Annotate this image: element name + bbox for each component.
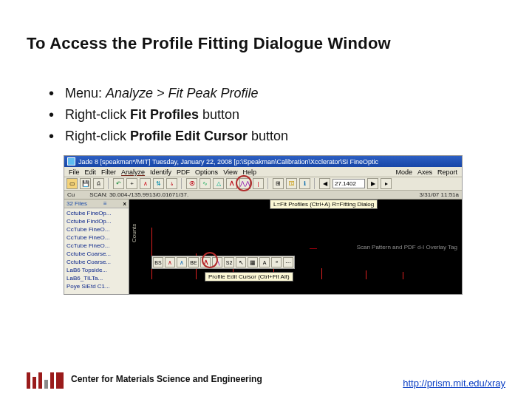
app-screenshot: Jade 8 [speakman*/MIT] Tuesday, January … (64, 155, 463, 295)
list-item[interactable]: Poye SiEtd C1... (64, 282, 129, 290)
list-item[interactable]: LaB6_TILTa... (64, 274, 129, 282)
ptool-lbl-icon[interactable]: ᵃ (271, 257, 282, 267)
tool-right-icon[interactable]: ▶ (367, 178, 378, 189)
y-axis-label: Counts (131, 224, 137, 242)
list-item[interactable]: LaB6 Topside... (64, 266, 129, 274)
tool-smooth-icon[interactable]: ∿ (200, 178, 211, 189)
peak (366, 270, 366, 279)
menubar[interactable]: File Edit Filter Analyze Identify PDF Op… (64, 167, 462, 177)
file-items: Cctube FineOp... Cctube FindOp... CcTube… (64, 208, 129, 291)
tool-undo-icon[interactable]: ↶ (113, 178, 124, 189)
window-titlebar: Jade 8 [speakman*/MIT] Tuesday, January … (64, 156, 462, 167)
separator (267, 178, 269, 189)
ptool-el-icon[interactable]: ⋯ (283, 257, 293, 267)
ptool-all-icon[interactable]: A (259, 257, 270, 267)
profile-edit-cursor-button[interactable]: Ʌ (200, 257, 211, 267)
menu-options[interactable]: Options (195, 168, 218, 176)
menu-report[interactable]: Report (437, 168, 457, 176)
menu-pdf[interactable]: PDF (177, 168, 190, 176)
bullet-1: Menu: Analyze > Fit Peak Profile (49, 83, 532, 104)
ptool-be-icon[interactable]: BE (188, 257, 199, 267)
bullet-list: Menu: Analyze > Fit Peak Profile Right-c… (0, 53, 532, 146)
main-area: 32 Files ≡ x Cctube FineOp... Cctube Fin… (64, 200, 462, 294)
menu-filter[interactable]: Filter (101, 168, 116, 176)
ptool-s2-icon[interactable]: S2 (224, 257, 234, 267)
tool-zoom-icon[interactable]: ⊞ (273, 178, 284, 189)
list-item[interactable]: CcTube FineO... (64, 233, 129, 242)
overlay-tag-label: Scan Pattern and PDF d-I Overlay Tag (357, 244, 457, 250)
mit-branding: Center for Materials Science and Enginee… (27, 369, 262, 389)
list-item[interactable]: CcTube FineO... (64, 242, 129, 250)
separator (181, 178, 183, 189)
tool-peak-icon[interactable]: ∧ (140, 178, 151, 189)
list-item[interactable]: Cctube Coarse... (64, 258, 129, 266)
file-list[interactable]: 32 Files ≡ x Cctube FineOp... Cctube Fin… (64, 200, 129, 294)
tool-fit-icon[interactable]: ⫰ (166, 178, 177, 189)
menu-identify[interactable]: Identify (150, 168, 171, 176)
menu-file[interactable]: File (69, 168, 80, 176)
ptool-grid-icon[interactable]: ▦ (248, 257, 258, 267)
tool-shape-icon[interactable]: △ (213, 178, 224, 189)
tool-left-icon[interactable]: ◀ (319, 178, 330, 189)
separator (314, 178, 316, 189)
ptool-bs-icon[interactable]: BS (153, 257, 163, 267)
window-title: Jade 8 [speakman*/MIT] Tuesday, January … (78, 158, 378, 166)
menu-view[interactable]: View (223, 168, 237, 176)
center-name: Center for Materials Science and Enginee… (71, 374, 262, 384)
tooltip-profile-edit: Profile Edit Cursor (Ctrl+Fit Alt) (205, 272, 293, 282)
tool-chart-icon[interactable]: ⇅ (153, 178, 164, 189)
menu-analyze[interactable]: Analyze (121, 168, 145, 176)
file-list-header: 32 Files ≡ x (64, 200, 129, 208)
infobar: Cu SCAN: 30.004-/135.9913/0.01671/37. 3/… (64, 191, 462, 200)
tool-info-icon[interactable]: ℹ (299, 178, 310, 189)
close-icon[interactable]: x (123, 200, 126, 207)
app-icon (67, 157, 75, 166)
slide-title: To Access the Profile Fitting Dialogue W… (0, 0, 532, 53)
tool-tick-icon[interactable]: | (253, 178, 264, 189)
ptool-pk2-icon[interactable]: ∧ (177, 257, 187, 267)
menu-edit[interactable]: Edit (85, 168, 97, 176)
prism-link[interactable]: http://prism.mit.edu/xray (403, 378, 505, 389)
plot-toolbar: BS ∧ ∧ BE Ʌ ⋀ S2 ↖ ▦ A ᵃ ⋯ (151, 256, 295, 269)
tool-open-icon[interactable]: ▭ (66, 178, 78, 189)
list-item[interactable]: CcTube FineO... (64, 225, 129, 233)
mit-logo (27, 369, 64, 389)
scan-info: SCAN: 30.004-/135.9913/0.01671/37. (89, 191, 419, 198)
ptool-pk-icon[interactable]: ∧ (165, 257, 175, 267)
bullet-3: Right-click Profile Edit Cursor button (49, 126, 532, 147)
tool-cursor-icon[interactable]: + (126, 178, 137, 189)
toolbar-value-input[interactable] (332, 179, 365, 188)
peak (403, 272, 403, 279)
file-count: 32 Files (66, 200, 87, 207)
element-label: Cu (67, 191, 75, 198)
scan-date: 3/31/07 11:51a (420, 191, 459, 198)
peak (321, 268, 322, 279)
tool-save-icon[interactable]: 💾 (80, 178, 91, 189)
tool-bg-icon[interactable]: ⦿ (186, 178, 197, 189)
slide-footer: Center for Materials Science and Enginee… (0, 369, 532, 389)
overlay-marker: — (310, 244, 317, 252)
bullet-2: Right-click Fit Profiles button (49, 104, 532, 126)
ptool-ov-icon[interactable]: ⋀ (212, 257, 222, 267)
tool-print-icon[interactable]: ⎙ (93, 178, 104, 189)
tool-key-icon[interactable]: ⚿ (286, 178, 297, 189)
ptool-ptr-icon[interactable]: ↖ (236, 257, 246, 267)
toolbar: ▭ 💾 ⎙ ↶ + ∧ ⇅ ⫰ ⦿ ∿ △ Ʌ ⋀⋀ | ⊞ ⚿ ℹ ◀ ▶ ▸ (64, 177, 462, 191)
list-toggle-icon[interactable]: ≡ (103, 200, 107, 207)
tool-go-icon[interactable]: ▸ (381, 178, 392, 189)
separator (108, 178, 109, 189)
tool-wave-icon[interactable]: ⋀⋀ (239, 178, 250, 189)
menu-axes[interactable]: Axes (417, 168, 432, 176)
list-item[interactable]: Cctube FindOp... (64, 217, 129, 225)
menu-help[interactable]: Help (242, 168, 256, 176)
tool-fit-profiles-button[interactable]: Ʌ (226, 178, 237, 189)
list-item[interactable]: Cctube FineOp... (64, 209, 129, 217)
peak (151, 228, 152, 279)
list-item[interactable]: Cctube Coarse... (64, 250, 129, 258)
tooltip-fit-profiles: L=Fit Profiles (Ctrl+A) R=Fitting Dialog (270, 200, 378, 209)
menu-mode[interactable]: Mode (395, 168, 412, 176)
plot-area[interactable]: Counts L=Fit Profiles (Ctrl+A) R=Fitting… (129, 200, 462, 294)
